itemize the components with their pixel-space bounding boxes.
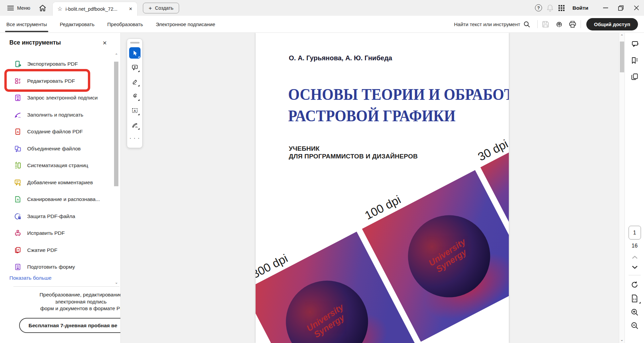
tool-list: Экспортировать PDF Редактировать PDF Зап…: [0, 56, 114, 276]
home-button[interactable]: [38, 3, 48, 13]
scroll-up-icon[interactable]: ⌃: [619, 34, 625, 39]
flyout-indicator: [639, 302, 641, 303]
menu-button[interactable]: Меню: [7, 0, 30, 16]
window-close-button[interactable]: [629, 0, 644, 16]
zoom-in-icon: [631, 308, 639, 316]
main-area: Все инструменты ✕ Экспортировать PDF Ред…: [0, 33, 644, 343]
actual-size-button[interactable]: 1:1: [631, 294, 639, 303]
tab-edit[interactable]: Редактировать: [60, 16, 95, 33]
document-viewport: A · · · О. А. Гурьянова, А. Ю. Гнибеда О…: [121, 33, 625, 343]
share-access-button[interactable]: Общий доступ: [586, 18, 638, 30]
sidebar-item-repair-pdf[interactable]: Исправить PDF: [0, 225, 114, 242]
sidebar-item-request-esign[interactable]: Запрос электронной подписи: [0, 89, 114, 107]
bookmarks-panel-button[interactable]: [630, 56, 639, 65]
more-tools-button[interactable]: · · ·: [129, 134, 141, 145]
promo-line: форм и документов в формате PI: [20, 305, 121, 312]
previous-page-button[interactable]: [632, 256, 638, 259]
sidebar-item-label: Запрос электронной подписи: [27, 95, 98, 101]
document-tab[interactable]: ☆ i-bolit.net_pdfbook_72... ✕: [52, 2, 138, 16]
bell-icon: [547, 4, 553, 12]
highlight-tool-button[interactable]: [129, 76, 141, 87]
show-more-link[interactable]: Показать больше: [9, 275, 52, 281]
apps-grid-button[interactable]: [556, 5, 567, 11]
zoom-out-button[interactable]: [631, 322, 639, 330]
comments-panel-button[interactable]: [630, 40, 639, 49]
sidebar-item-label: Сжатие PDF: [27, 247, 57, 253]
search-field[interactable]: Найти текст или инструмент: [454, 21, 530, 27]
select-tool-button[interactable]: [129, 47, 141, 59]
sidebar-item-organize-pages[interactable]: Систематизация страниц: [0, 157, 114, 174]
sidebar-divider: [13, 286, 119, 287]
window-restore-button[interactable]: [613, 0, 629, 16]
home-icon: [39, 5, 46, 11]
scroll-down-icon[interactable]: ⌄: [619, 337, 625, 342]
flyout-indicator: [138, 114, 140, 115]
flyout-indicator: [138, 56, 140, 58]
book-subtitle-line: ДЛЯ ПРОГРАММИСТОВ И ДИЗАЙНЕРОВ: [289, 152, 418, 160]
window-minimize-button[interactable]: [598, 0, 613, 16]
rotate-page-button[interactable]: [631, 281, 639, 289]
toolbar-tabs: Все инструменты Редактировать Преобразов…: [0, 16, 215, 33]
sidebar-item-scan-ocr[interactable]: A Сканирование и распознава...: [0, 191, 114, 208]
pages-icon: [631, 73, 639, 81]
combine-files-icon: [14, 145, 21, 152]
pdf-page[interactable]: О. А. Гурьянова, А. Ю. Гнибеда ОСНОВЫ ТЕ…: [256, 33, 509, 343]
scrollbar-thumb[interactable]: [114, 62, 118, 186]
document-scrollbar[interactable]: ⌃ ⌄: [619, 33, 625, 343]
free-trial-button[interactable]: Бесплатная 7-дневная пробная ве: [19, 318, 121, 333]
sidebar-close-icon[interactable]: ✕: [101, 39, 108, 48]
save-button[interactable]: [539, 18, 552, 30]
create-button[interactable]: + Создать: [143, 3, 179, 13]
drag-handle[interactable]: [130, 42, 140, 44]
divider: [537, 20, 538, 28]
sidebar-item-label: Систематизация страниц: [27, 162, 88, 168]
sidebar-item-protect-pdf[interactable]: Защита PDF-файла: [0, 208, 114, 225]
save-icon: [542, 21, 549, 28]
scroll-up-icon[interactable]: ⌃: [114, 53, 119, 58]
print-button[interactable]: [566, 18, 579, 30]
help-button[interactable]: ?: [533, 4, 544, 11]
sidebar-item-export-pdf[interactable]: Экспортировать PDF: [0, 56, 114, 73]
sidebar-scrollbar[interactable]: ⌃ ⌄: [114, 53, 119, 285]
sidebar-item-combine-files[interactable]: Объединение файлов: [0, 140, 114, 157]
page-thumbnails-panel-button[interactable]: [630, 72, 639, 81]
chevron-down-icon: [632, 266, 638, 269]
edit-text-tool-button[interactable]: A: [129, 105, 141, 116]
titlebar-right: ? Войти: [533, 0, 644, 16]
next-page-button[interactable]: [632, 266, 638, 269]
sign-tool-button[interactable]: [129, 119, 141, 131]
tab-esign[interactable]: Электронное подписание: [156, 16, 215, 33]
current-page-input[interactable]: 1: [629, 226, 641, 239]
help-icon: ?: [535, 4, 542, 11]
upload-share-button[interactable]: [552, 18, 566, 30]
zoom-in-button[interactable]: [631, 308, 639, 316]
draw-tool-button[interactable]: [129, 90, 141, 102]
tab-close-icon[interactable]: ✕: [127, 6, 134, 12]
text-box-icon: A: [131, 107, 138, 114]
quick-tools-panel: A · · ·: [127, 39, 143, 148]
notifications-button[interactable]: [544, 4, 556, 12]
favorite-star-icon[interactable]: ☆: [57, 5, 62, 12]
fill-sign-icon: [14, 111, 21, 119]
close-icon: [634, 5, 639, 10]
sidebar-item-prepare-form[interactable]: Подготовить форму: [0, 259, 114, 276]
sidebar-item-edit-pdf[interactable]: Редактировать PDF: [0, 73, 114, 90]
svg-text:1:1: 1:1: [633, 298, 636, 300]
scan-ocr-icon: A: [14, 196, 21, 203]
svg-text:A: A: [17, 198, 19, 201]
scrollbar-thumb[interactable]: [620, 42, 624, 72]
login-button[interactable]: Войти: [573, 5, 588, 11]
sidebar-item-compress-pdf[interactable]: A Сжатие PDF: [0, 242, 114, 259]
add-comment-tool-button[interactable]: [129, 62, 141, 73]
scroll-down-icon[interactable]: ⌄: [114, 280, 119, 285]
tab-all-tools[interactable]: Все инструменты: [6, 16, 47, 33]
toolbar-right: Найти текст или инструмент: [454, 18, 644, 30]
book-subtitle-line: УЧЕБНИК: [289, 145, 418, 152]
sidebar-item-create-pdf[interactable]: A Создание файлов PDF: [0, 123, 114, 140]
right-rail: 1 16 1:1: [625, 33, 644, 343]
sidebar-item-add-comments[interactable]: Добавление комментариев: [0, 174, 114, 191]
protect-pdf-icon: [14, 213, 21, 220]
apps-grid-icon: [558, 5, 565, 11]
tab-convert[interactable]: Преобразовать: [107, 16, 143, 33]
sidebar-item-fill-sign[interactable]: Заполнить и подписать: [0, 107, 114, 124]
